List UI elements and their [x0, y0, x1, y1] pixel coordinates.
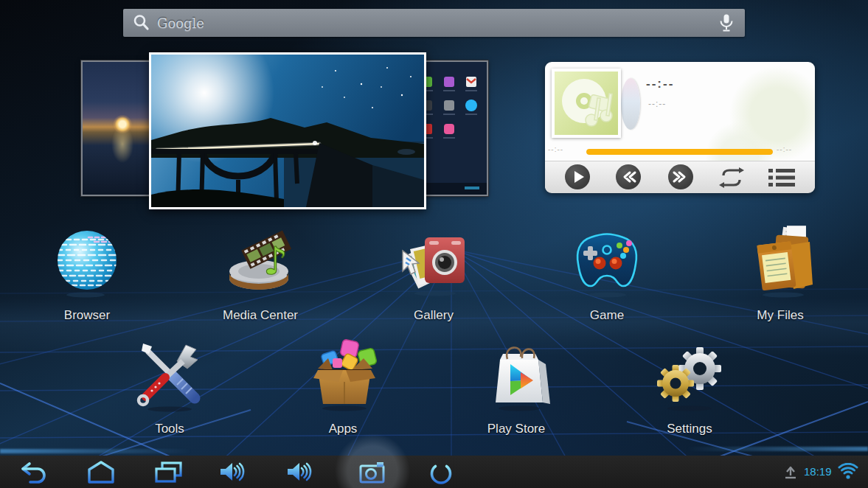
navbar-left-glow-streak: [0, 449, 192, 453]
microphone-icon[interactable]: [718, 13, 735, 32]
two-gears-icon: [654, 339, 725, 413]
remaining-time: --:--: [777, 145, 792, 153]
shortcut-gallery[interactable]: Gallery: [375, 226, 493, 323]
player-controls-bar: [545, 161, 815, 193]
shortcut-label: Media Center: [201, 308, 319, 323]
google-search-bar[interactable]: Google: [123, 9, 745, 37]
cd-music-note-icon: [555, 72, 618, 135]
progress-fill: [586, 149, 773, 155]
cd-disc-edge: [621, 78, 640, 130]
home-button[interactable]: [85, 459, 117, 486]
music-player-widget[interactable]: --:-- --:-- --:-- --:--: [545, 62, 815, 192]
album-art: [552, 69, 621, 138]
power-button[interactable]: [425, 459, 457, 486]
elapsed-time: --:--: [548, 145, 563, 153]
playlist-icon: [768, 168, 795, 187]
navbar-right-glow-streak: [686, 447, 868, 451]
shortcut-play-store[interactable]: Play Store: [457, 339, 575, 436]
shortcut-label: Tools: [111, 422, 229, 436]
clock: 18:19: [804, 465, 832, 478]
play-icon: [565, 164, 590, 189]
playlist-button[interactable]: [768, 168, 795, 190]
folder-documents-icon: [745, 226, 816, 299]
film-reel-music-icon: ♪: [225, 226, 296, 299]
shortcut-label: Game: [548, 308, 666, 323]
volume-minus-icon: [218, 459, 254, 486]
track-time-large: --:--: [646, 77, 674, 91]
recents-button[interactable]: [152, 459, 184, 486]
play-button[interactable]: [565, 164, 590, 189]
next-button[interactable]: [668, 164, 693, 189]
back-arrow-icon: [18, 459, 50, 486]
upload-arrow-icon: [782, 463, 799, 481]
gamepad-icon: [572, 226, 642, 299]
wifi-indicator: [838, 463, 858, 484]
repeat-icon: [718, 167, 745, 188]
track-time-small: --:--: [648, 99, 666, 109]
progress-track[interactable]: [586, 149, 773, 155]
wrench-screwdriver-icon: [134, 339, 205, 413]
volume-up-button[interactable]: [285, 459, 318, 486]
navigation-bar: 18:19: [0, 456, 868, 488]
shortcut-settings[interactable]: Settings: [631, 339, 749, 436]
shortcut-label: Settings: [631, 422, 749, 436]
shortcut-browser[interactable]: Browser: [28, 226, 146, 323]
previous-button[interactable]: [616, 164, 641, 189]
shortcut-apps[interactable]: Apps: [284, 339, 402, 436]
power-icon: [425, 459, 457, 486]
home-icon: [85, 459, 117, 486]
camera-icon: [356, 459, 389, 486]
photo-thumb-sunset[interactable]: [81, 60, 159, 196]
music-note-glyph: ♪: [263, 239, 288, 283]
recent-apps-icon: [152, 459, 184, 486]
open-box-blocks-icon: [308, 339, 378, 413]
next-track-icon: [668, 164, 693, 189]
shortcut-label: Browser: [28, 308, 146, 323]
shortcut-game[interactable]: Game: [548, 226, 666, 323]
shortcut-label: Play Store: [457, 422, 575, 436]
google-logo-text: Google: [157, 15, 204, 31]
shortcut-my-files[interactable]: My Files: [721, 226, 839, 323]
screenshot-button[interactable]: [356, 459, 389, 486]
magnifier-icon: [132, 13, 151, 32]
photo-main-bridge-night[interactable]: [149, 52, 426, 209]
wifi-icon: [838, 463, 858, 481]
globe-icon: [52, 226, 122, 299]
previous-track-icon: [616, 164, 641, 189]
repeat-button[interactable]: [718, 167, 745, 191]
shortcut-label: My Files: [721, 308, 839, 323]
volume-down-button[interactable]: [218, 459, 251, 486]
launcher-home-screen: Google: [0, 0, 868, 488]
shortcut-tools[interactable]: Tools: [111, 339, 229, 436]
camera-photos-icon: [398, 226, 469, 299]
shortcut-media-center[interactable]: ♪ Media Center: [201, 226, 319, 323]
back-button[interactable]: [18, 459, 50, 486]
upload-indicator: [782, 463, 799, 484]
shopping-bag-play-icon: [481, 339, 552, 413]
volume-plus-icon: [285, 459, 321, 486]
shortcut-label: Apps: [284, 422, 402, 436]
shortcut-label: Gallery: [375, 308, 493, 323]
